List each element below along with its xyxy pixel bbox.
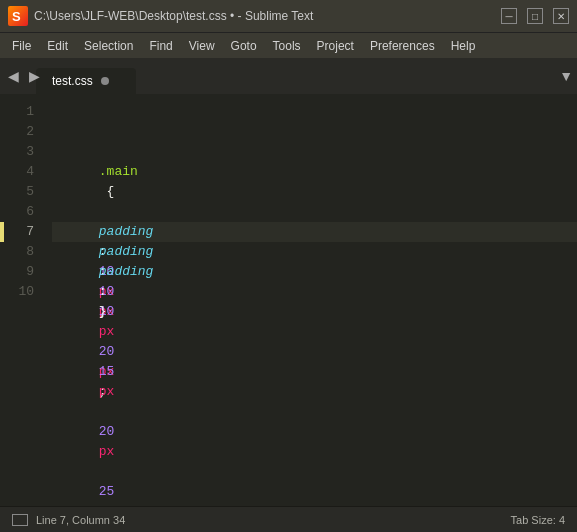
value-15: 15	[99, 364, 115, 379]
menu-file[interactable]: File	[4, 37, 39, 55]
code-editor[interactable]: .main { padding : 10 px ; padding : 10 p…	[44, 94, 577, 506]
line-column-status: Line 7, Column 34	[36, 514, 125, 526]
menu-view[interactable]: View	[181, 37, 223, 55]
status-left: Line 7, Column 34	[12, 514, 125, 526]
line-num-9: 9	[0, 262, 44, 282]
line-num-2: 2	[0, 122, 44, 142]
menu-bar: File Edit Selection Find View Goto Tools…	[0, 32, 577, 58]
title-left: S C:\Users\JLF-WEB\Desktop\test.css • - …	[8, 6, 313, 26]
tab-next-arrow[interactable]: ▶	[25, 66, 44, 86]
title-bar: S C:\Users\JLF-WEB\Desktop\test.css • - …	[0, 0, 577, 32]
value-20-2: 20	[99, 424, 115, 439]
menu-selection[interactable]: Selection	[76, 37, 141, 55]
menu-find[interactable]: Find	[141, 37, 180, 55]
sublime-text-icon: S	[8, 6, 28, 26]
tab-test-css[interactable]: test.css	[36, 68, 136, 94]
window-title: C:\Users\JLF-WEB\Desktop\test.css • - Su…	[34, 9, 313, 23]
unit-px-6: px	[99, 444, 115, 459]
line-num-1: 1	[0, 102, 44, 122]
menu-help[interactable]: Help	[443, 37, 484, 55]
tab-bar: ◀ ▶ test.css ▼	[0, 58, 577, 94]
selector-main: .main	[99, 164, 138, 179]
code-line-10	[52, 282, 577, 302]
menu-goto[interactable]: Goto	[223, 37, 265, 55]
line-num-7: 7	[0, 222, 44, 242]
menu-preferences[interactable]: Preferences	[362, 37, 443, 55]
close-button[interactable]: ✕	[553, 8, 569, 24]
tab-label: test.css	[52, 74, 93, 88]
property-padding-3: padding	[99, 264, 154, 279]
line-num-3: 3	[0, 142, 44, 162]
brace-open: {	[99, 184, 115, 199]
tab-unsaved-dot	[101, 77, 109, 85]
line-num-8: 8	[0, 242, 44, 262]
code-line-1	[52, 102, 577, 122]
code-line-3: .main {	[52, 142, 577, 162]
unit-px-4: px	[99, 324, 115, 339]
status-bar: Line 7, Column 34 Tab Size: 4	[0, 506, 577, 532]
menu-project[interactable]: Project	[309, 37, 362, 55]
editor: 1 2 3 4 5 6 7 8 9 10 .main { padding : 1…	[0, 94, 577, 506]
tab-size-status: Tab Size: 4	[511, 514, 565, 526]
tab-overflow-button[interactable]: ▼	[559, 58, 573, 94]
window-controls: ─ □ ✕	[501, 8, 569, 24]
brace-close: }	[99, 304, 107, 319]
active-line-indicator	[0, 222, 4, 242]
svg-text:S: S	[12, 9, 21, 24]
line-numbers: 1 2 3 4 5 6 7 8 9 10	[0, 94, 44, 506]
code-line-5: padding : 10 px ;	[52, 182, 577, 202]
menu-edit[interactable]: Edit	[39, 37, 76, 55]
menu-tools[interactable]: Tools	[265, 37, 309, 55]
terminal-icon	[12, 514, 28, 526]
tab-nav-arrows: ◀ ▶	[4, 58, 44, 94]
tab-prev-arrow[interactable]: ◀	[4, 66, 23, 86]
line-num-4: 4	[0, 162, 44, 182]
value-25: 25	[99, 484, 115, 499]
line-num-5: 5	[0, 182, 44, 202]
line-num-6: 6	[0, 202, 44, 222]
status-right: Tab Size: 4	[511, 514, 565, 526]
line-num-10: 10	[0, 282, 44, 302]
minimize-button[interactable]: ─	[501, 8, 517, 24]
code-line-2	[52, 122, 577, 142]
maximize-button[interactable]: □	[527, 8, 543, 24]
unit-px-5: px	[99, 384, 115, 399]
